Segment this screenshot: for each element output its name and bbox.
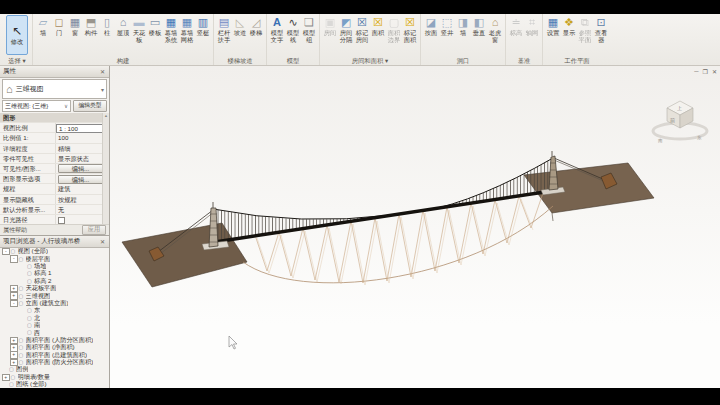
tree-expand-icon[interactable]: + [10,351,18,359]
ribbon-button[interactable]: 竖梃 [195,15,211,37]
tree-item[interactable]: 标高 1 [0,270,109,277]
bridge-deck[interactable] [215,190,558,242]
ribbon-button[interactable]: 构件 [83,15,99,37]
property-row[interactable]: 显示隐藏线 按规程 [0,195,109,205]
property-row[interactable]: 零件可见性 显示原状态 [0,154,109,164]
property-row[interactable]: 详细程度 精细 [0,144,109,154]
property-value[interactable]: 编辑... [58,164,103,173]
ribbon-button[interactable]: 楼梯 [248,15,264,37]
ribbon-button[interactable]: 竖井 [439,15,455,37]
tree-item[interactable]: 场地 [0,263,109,270]
ribbon-button[interactable]: 面积边界 [386,15,402,44]
ribbon-button[interactable]: 房间分隔 [338,15,354,44]
properties-grid: 图形 视图比例 1 : 100 比例值 1: 100 详细程度 精细 零件可见性… [0,113,109,224]
ribbon-button[interactable]: 栏杆扶手 [216,15,232,44]
properties-scrollbar[interactable]: ▲ [102,113,109,224]
property-value[interactable]: 编辑... [58,175,103,184]
panel-label-stairs[interactable]: 楼梯坡道 [216,56,264,65]
properties-close-icon[interactable]: ✕ [99,68,106,75]
panel-label-datum[interactable]: 基准 [508,56,540,65]
ribbon-button[interactable]: 幕墙系统 [163,15,179,44]
instance-row: 三维视图: {三维} 编辑类型 [2,100,107,112]
ribbon-button[interactable]: 柱 [99,15,115,37]
tree-expand-icon[interactable]: + [2,374,10,382]
tree-node-icon [19,353,25,358]
ribbon-button[interactable]: 模型线 [285,15,301,44]
ribbon-button[interactable]: 屋顶 [115,15,131,37]
properties-help-link[interactable]: 属性帮助 [3,226,82,235]
ribbon-button[interactable]: 设置 [545,15,561,37]
tree-item[interactable]: + 天花板平面 [0,285,109,292]
tree-expand-icon[interactable]: - [10,255,18,263]
tree-item[interactable]: 北 [0,315,109,322]
property-row[interactable]: 视图比例 1 : 100 [0,123,109,133]
ribbon-button[interactable]: 查看器 [593,15,609,44]
property-row[interactable]: 图形 [0,113,109,123]
ribbon-button[interactable]: 墙 [455,15,471,37]
property-row[interactable]: 日光路径 [0,215,109,224]
tree-item[interactable]: - 视图 (全部) [0,248,109,255]
ribbon-button[interactable]: 墙 [35,15,51,37]
tree-item[interactable]: 图纸 (全部) [0,381,109,388]
tree-expand-icon[interactable]: - [2,248,10,255]
tree-expand-icon[interactable]: + [10,344,18,352]
view-minimize-icon[interactable]: ─ [694,68,698,75]
panel-label-room-area[interactable]: 房间和面积 ▾ [322,56,418,65]
ribbon-button[interactable]: 显示 [561,15,577,37]
type-selector-value: 三维视图 [16,84,44,94]
view-close-icon[interactable]: ✕ [712,68,717,75]
tree-item[interactable]: 图例 [0,366,109,373]
tree-item[interactable]: - 立面 (建筑立面) [0,300,109,307]
property-row[interactable]: 可见性/图形... 编辑... [0,164,109,174]
tree-item[interactable]: 东 [0,307,109,314]
panel-label-model[interactable]: 模型 [269,56,317,65]
apply-button[interactable]: 应用 [82,225,106,235]
ribbon-button[interactable]: 楼板 [147,15,163,37]
ribbon-button[interactable]: 参照平面 [577,15,593,44]
property-row[interactable]: 默认分析显示... 无 [0,205,109,215]
ribbon-button[interactable]: 房间 [322,15,338,37]
property-row[interactable]: 比例值 1: 100 [0,133,109,143]
tree-item[interactable]: 南 [0,322,109,329]
property-row[interactable]: 图形显示选项 编辑... [0,174,109,184]
tree-expand-icon[interactable]: + [10,285,18,293]
ribbon-button[interactable]: 标高 [508,15,524,37]
ribbon-button[interactable]: 按面 [423,15,439,37]
ribbon-button[interactable]: 门 [51,15,67,37]
tree-item[interactable]: - 楼层平面 [0,255,109,262]
panel-label-build[interactable]: 构建 [35,56,211,65]
ribbon-button[interactable]: 天花板 [131,15,147,44]
ribbon-button[interactable]: 老虎窗 [487,15,503,44]
ribbon-button[interactable]: 窗 [67,15,83,37]
panel-label-workplane[interactable]: 工作平面 [545,56,609,65]
modify-button[interactable]: ↖ 修改 [6,15,28,55]
property-row[interactable]: 规程 建筑 [0,184,109,194]
tree-expand-icon[interactable]: - [10,300,18,308]
ribbon-button[interactable]: 坡道 [232,15,248,37]
ribbon-button[interactable]: 模型组 [301,15,317,44]
chevron-down-icon[interactable]: ▾ [101,86,104,93]
ribbon-button[interactable]: 标记面积 [402,15,418,44]
tree-expand-icon[interactable]: + [10,337,18,345]
viewcube[interactable]: 上 前 南 东 [653,101,707,143]
tree-expand-icon[interactable]: + [10,292,18,300]
viewcube-ring-south-label[interactable]: 南 [658,138,663,143]
ribbon-button[interactable]: 模型文字 [269,15,285,44]
project-browser-header[interactable]: 项目浏览器 - 人行玻璃吊桥 ✕ [0,236,109,248]
ribbon-button[interactable]: 幕墙网格 [179,15,195,44]
properties-header[interactable]: 属性 ✕ [0,66,109,78]
view-restore-icon[interactable]: ❐ [703,68,708,75]
bridge-3d-view[interactable]: 上 前 南 东 [110,66,720,388]
ribbon-button[interactable]: 标记房间 [354,15,370,44]
project-browser-close-icon[interactable]: ✕ [99,238,106,245]
panel-label-opening[interactable]: 洞口 [423,56,503,65]
edit-type-button[interactable]: 编辑类型 [73,100,107,112]
type-selector[interactable]: ⌂ 三维视图 ▾ [2,79,107,99]
instance-combo[interactable]: 三维视图: {三维} [2,100,71,112]
viewcube-ring-east-label[interactable]: 东 [697,135,702,140]
drawing-area[interactable]: ─ ❐ ✕ [110,66,720,388]
panel-label-select[interactable]: 选择 ▾ [4,56,30,65]
ribbon-button[interactable]: 轴网 [524,15,540,37]
ribbon-button[interactable]: 面积 [370,15,386,37]
ribbon-button[interactable]: 垂直 [471,15,487,37]
